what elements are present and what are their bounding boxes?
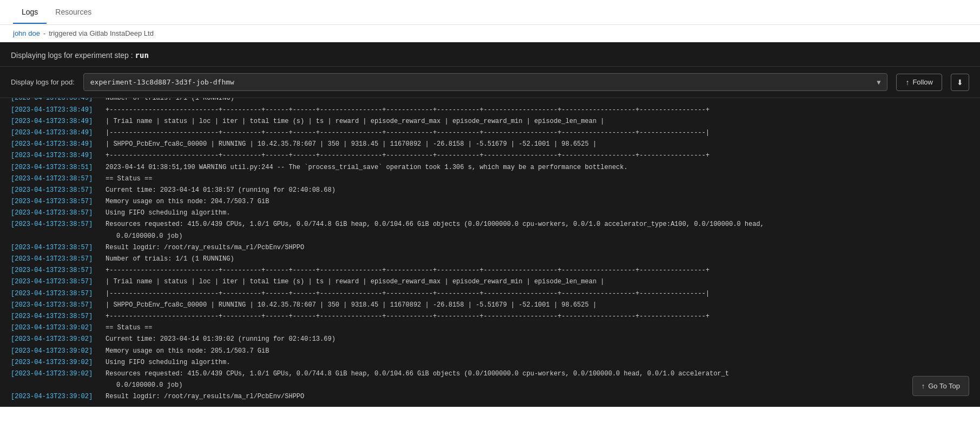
- log-timestamp: [2023-04-13T23:39:02]: [0, 323, 106, 333]
- log-message: Resources requested: 415.0/439 CPUs, 1.0…: [106, 369, 740, 379]
- log-message: 2023-04-14 01:38:51,190 WARNING util.py:…: [106, 163, 639, 173]
- log-timestamp: [2023-04-13T23:38:49]: [0, 151, 106, 161]
- log-header: Displaying logs for experiment step : ru…: [0, 42, 980, 67]
- download-icon: ⬇: [957, 78, 963, 87]
- log-timestamp: [2023-04-13T23:39:02]: [0, 358, 106, 368]
- download-button[interactable]: ⬇: [951, 74, 969, 91]
- log-timestamp: [2023-04-13T23:38:57]: [0, 243, 106, 253]
- log-message: +----------------------------+----------…: [106, 265, 720, 276]
- log-message: Current time: 2023-04-14 01:39:02 (runni…: [106, 334, 346, 345]
- pod-dropdown[interactable]: experiment-13c8d887-3d3f-job-dfhmw ▼: [83, 73, 888, 91]
- log-timestamp: [2023-04-13T23:38:51]: [0, 163, 106, 173]
- log-header-prefix: Displaying logs for experiment step :: [11, 51, 133, 60]
- log-line: 0.0/100000.0 job): [0, 231, 980, 242]
- pod-label: Display logs for pod:: [11, 78, 75, 86]
- log-line: [2023-04-13T23:38:57]Result logdir: /roo…: [0, 242, 980, 254]
- log-timestamp: [2023-04-13T23:39:02]: [0, 334, 106, 345]
- log-message-no-ts: 0.0/100000.0 job): [0, 231, 193, 242]
- log-message: Resources requested: 415.0/439 CPUs, 1.0…: [106, 219, 775, 230]
- follow-icon: ↑: [905, 78, 909, 87]
- trigger-bar: john doe - triggered via Gitlab InstaDee…: [0, 25, 980, 42]
- log-line: [2023-04-13T23:38:57]+------------------…: [0, 311, 980, 322]
- log-message-no-ts: 0.0/100000.0 job): [0, 380, 193, 391]
- log-timestamp: [2023-04-13T23:38:57]: [0, 185, 106, 196]
- log-line: [2023-04-13T23:38:57]Using FIFO scheduli…: [0, 207, 980, 219]
- log-line: [2023-04-13T23:38:49]| Trial name | stat…: [0, 116, 980, 127]
- log-line: 0.0/100000.0 job): [0, 380, 980, 391]
- log-timestamp: [2023-04-13T23:38:49]: [0, 116, 106, 127]
- log-line: [2023-04-13T23:38:49]|------------------…: [0, 127, 980, 139]
- log-line: [2023-04-13T23:38:49]Number of trials: 1…: [0, 98, 980, 105]
- chevron-down-icon: ▼: [877, 79, 880, 86]
- tabs-bar: Logs Resources: [0, 0, 980, 25]
- log-message: Number of trials: 1/1 (1 RUNNING): [106, 254, 245, 264]
- log-timestamp: [2023-04-13T23:38:49]: [0, 105, 106, 115]
- log-step-name: run: [135, 51, 149, 60]
- tab-resources[interactable]: Resources: [47, 1, 100, 24]
- log-line: [2023-04-13T23:38:49]+------------------…: [0, 105, 980, 116]
- log-timestamp: [2023-04-13T23:38:49]: [0, 128, 106, 138]
- go-to-top-button[interactable]: ↑ Go To Top: [912, 376, 969, 396]
- log-message: Memory usage on this node: 204.7/503.7 G…: [106, 197, 280, 207]
- log-timestamp: [2023-04-13T23:38:57]: [0, 208, 106, 218]
- log-line: [2023-04-13T23:38:57]Memory usage on thi…: [0, 196, 980, 207]
- log-line: [2023-04-13T23:39:02]Memory usage on thi…: [0, 346, 980, 357]
- log-message: Current time: 2023-04-14 01:38:57 (runni…: [106, 185, 346, 196]
- log-line: [2023-04-13T23:39:02]Result logdir: /roo…: [0, 391, 980, 402]
- trigger-text: triggered via Gitlab InstaDeep Ltd: [49, 29, 154, 37]
- log-timestamp: [2023-04-13T23:38:57]: [0, 265, 106, 276]
- log-message: | Trial name | status | loc | iter | tot…: [106, 277, 615, 287]
- log-line: [2023-04-13T23:39:02]Resources requested…: [0, 368, 980, 380]
- log-container: Displaying logs for experiment step : ru…: [0, 42, 980, 407]
- log-message: Number of trials: 1/1 (1 RUNNING): [106, 98, 245, 104]
- pod-selector-row: Display logs for pod: experiment-13c8d88…: [0, 67, 980, 98]
- log-line: [2023-04-13T23:39:02]Current time: 2023-…: [0, 334, 980, 345]
- log-timestamp: [2023-04-13T23:38:57]: [0, 300, 106, 310]
- log-line: [2023-04-13T23:38:57]Number of trials: 1…: [0, 254, 980, 265]
- log-line: [2023-04-13T23:38:57]Resources requested…: [0, 219, 980, 230]
- trigger-separator: -: [43, 29, 45, 37]
- log-timestamp: [2023-04-13T23:38:57]: [0, 289, 106, 299]
- go-to-top-label: Go To Top: [928, 382, 960, 390]
- log-message: Result logdir: /root/ray_results/ma_rl/P…: [106, 243, 315, 253]
- log-message: Using FIFO scheduling algorithm.: [106, 208, 241, 218]
- log-content[interactable]: 0.0/100000.0 job)[2023-04-13T23:38:49]Re…: [0, 98, 980, 407]
- pod-selected-value: experiment-13c8d887-3d3f-job-dfhmw: [90, 78, 234, 86]
- tab-logs[interactable]: Logs: [13, 1, 47, 24]
- log-timestamp: [2023-04-13T23:38:57]: [0, 277, 106, 287]
- log-line: [2023-04-13T23:38:49]+------------------…: [0, 150, 980, 161]
- log-line: [2023-04-13T23:38:57]| Trial name | stat…: [0, 276, 980, 288]
- log-message: == Status ==: [106, 174, 163, 184]
- log-timestamp: [2023-04-13T23:39:02]: [0, 346, 106, 356]
- log-line: [2023-04-13T23:39:02]== Status ==: [0, 322, 980, 334]
- log-message: +----------------------------+----------…: [106, 105, 720, 115]
- log-timestamp: [2023-04-13T23:39:02]: [0, 369, 106, 379]
- log-line: [2023-04-13T23:38:51]2023-04-14 01:38:51…: [0, 162, 980, 173]
- log-line: [2023-04-13T23:38:49]| SHPPO_PcbEnv_fca8…: [0, 139, 980, 150]
- log-message: == Status ==: [106, 323, 163, 333]
- log-line: [2023-04-13T23:38:57]+------------------…: [0, 265, 980, 276]
- go-to-top-icon: ↑: [922, 382, 925, 390]
- log-timestamp: [2023-04-13T23:38:49]: [0, 98, 106, 104]
- follow-button[interactable]: ↑ Follow: [896, 74, 942, 91]
- log-timestamp: [2023-04-13T23:38:57]: [0, 311, 106, 322]
- follow-label: Follow: [912, 78, 933, 86]
- log-timestamp: [2023-04-13T23:38:57]: [0, 219, 106, 230]
- log-message: Using FIFO scheduling algorithm.: [106, 358, 241, 368]
- log-line: [2023-04-13T23:38:57]|------------------…: [0, 288, 980, 300]
- log-message: | SHPPO_PcbEnv_fca8c_00000 | RUNNING | 1…: [106, 139, 607, 150]
- log-message: |----------------------------+----------…: [106, 289, 720, 299]
- log-timestamp: [2023-04-13T23:38:49]: [0, 139, 106, 150]
- log-message: |----------------------------+----------…: [106, 128, 720, 138]
- trigger-user: john doe: [13, 29, 40, 37]
- log-timestamp: [2023-04-13T23:38:57]: [0, 174, 106, 184]
- log-message: | Trial name | status | loc | iter | tot…: [106, 116, 615, 127]
- log-line: [2023-04-13T23:38:57]Current time: 2023-…: [0, 185, 980, 196]
- log-message: +----------------------------+----------…: [106, 311, 720, 322]
- log-message: | SHPPO_PcbEnv_fca8c_00000 | RUNNING | 1…: [106, 300, 607, 310]
- log-message: Memory usage on this node: 205.1/503.7 G…: [106, 346, 280, 356]
- log-message: Result logdir: /root/ray_results/ma_rl/P…: [106, 392, 315, 402]
- log-line: [2023-04-13T23:38:57]== Status ==: [0, 173, 980, 185]
- log-timestamp: [2023-04-13T23:38:57]: [0, 197, 106, 207]
- log-timestamp: [2023-04-13T23:38:57]: [0, 254, 106, 264]
